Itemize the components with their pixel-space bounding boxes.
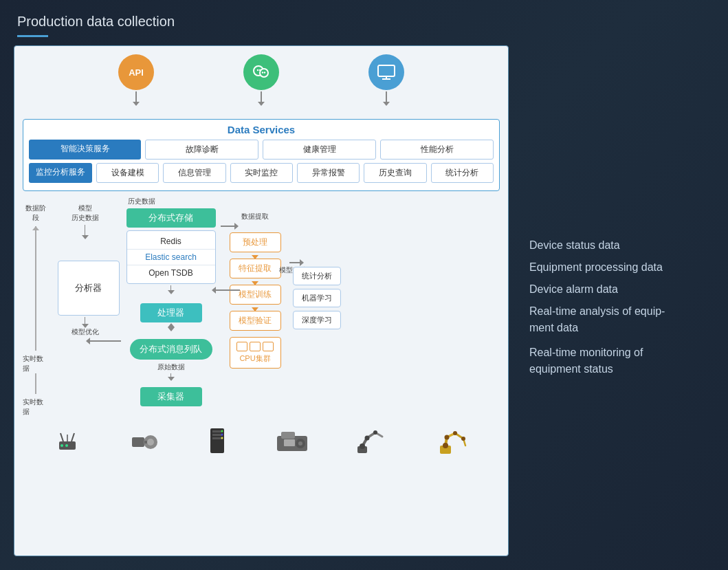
equipment-server	[207, 427, 228, 457]
svg-point-3	[259, 69, 261, 71]
left-labels: 数据阶段 实时数据 实时数据	[23, 197, 49, 417]
svg-point-44	[445, 435, 450, 440]
service-btn-health: 健康管理	[263, 140, 376, 160]
model-history-label: 模型历史数据	[71, 204, 99, 223]
page-title: Production data collection	[14, 14, 509, 30]
data-extract-label: 数据提取	[241, 212, 269, 221]
svg-point-24	[221, 434, 223, 436]
info-item-4: Real-time analysis of equip-ment data	[529, 303, 701, 336]
service-btn-stats: 统计分析	[431, 163, 494, 183]
redis-item: Redis	[127, 234, 215, 250]
svg-point-14	[65, 444, 68, 447]
stats-result: 统计分析	[293, 267, 341, 285]
service-btn-device-model: 设备建模	[96, 163, 159, 183]
open-tsdb-item: Open TSDB	[127, 265, 215, 281]
info-item-1: Device status data	[529, 234, 701, 256]
equipment-motor	[129, 429, 159, 456]
analyzer-label: 分析器	[75, 282, 102, 294]
equipment-arm1	[356, 427, 387, 457]
service-btn-info-mgmt: 信息管理	[163, 163, 225, 183]
diagram-section: Production data collection API	[14, 14, 509, 556]
svg-rect-27	[281, 432, 295, 439]
svg-point-25	[221, 437, 223, 439]
svg-point-46	[461, 437, 465, 441]
ml-result: 机器学习	[293, 289, 341, 307]
preprocess-box: 预处理	[230, 232, 281, 252]
svg-rect-30	[284, 439, 295, 446]
model-optimize-label: 模型优化	[71, 327, 99, 337]
analyzer-area: 模型历史数据 分析器 模型优化	[49, 197, 121, 417]
data-stage-label: 数据阶段	[23, 204, 49, 223]
api-icon: API	[118, 54, 154, 90]
dl-result: 深度学习	[293, 311, 341, 329]
message-queue-label: 分布式消息列队	[140, 344, 202, 354]
equipment-cnc	[276, 428, 309, 457]
diagram-frame: API	[14, 45, 509, 556]
title-underline	[17, 35, 48, 37]
api-icon-group: API	[118, 54, 154, 105]
svg-rect-6	[378, 65, 395, 76]
monitor-icon-group	[368, 54, 404, 105]
service-btn-monitor-analysis: 监控分析服务	[29, 163, 92, 183]
service-btn-realtime-monitor: 实时监控	[230, 163, 293, 183]
service-btn-intelligent: 智能决策服务	[29, 140, 141, 160]
page-container: Production data collection API	[0, 0, 728, 570]
storage-items: Redis Elastic search Open TSDB	[126, 230, 216, 284]
center-area: 历史数据 分布式存储 Redis Elastic search Open TSD…	[121, 197, 221, 417]
svg-point-35	[360, 443, 365, 449]
services-row-2: 监控分析服务 设备建模 信息管理 实时监控 异常报警 历史查询 统计分析	[29, 163, 494, 183]
svg-point-2	[257, 69, 258, 71]
services-row-1: 智能决策服务 故障诊断 健康管理 性能分析	[29, 140, 494, 160]
svg-rect-21	[212, 434, 222, 436]
wechat-icon-group	[243, 54, 279, 105]
distributed-storage-label: 分布式存储	[148, 212, 193, 223]
results-area: 统计分析 机器学习 深度学习	[289, 197, 344, 417]
feature-extract-box: 特征提取	[230, 259, 281, 278]
analyzer-box: 分析器	[58, 261, 120, 316]
svg-point-4	[262, 72, 263, 73]
svg-line-11	[71, 433, 74, 441]
lower-diagram: 数据阶段 实时数据 实时数据 模型历史数据	[23, 197, 500, 417]
svg-rect-20	[212, 430, 222, 432]
realtime-data-label-2: 实时数据	[23, 397, 49, 417]
svg-line-10	[60, 433, 63, 441]
svg-point-37	[373, 430, 377, 435]
svg-point-43	[443, 443, 448, 448]
data-services-title: Data Services	[29, 124, 494, 135]
distributed-storage-box: 分布式存储	[126, 208, 216, 228]
wechat-icon	[243, 54, 279, 90]
svg-point-17	[147, 439, 154, 446]
svg-rect-15	[132, 437, 144, 447]
svg-point-45	[453, 431, 457, 435]
data-services-box: Data Services 智能决策服务 故障诊断 健康管理 性能分析 监控分析…	[23, 119, 500, 191]
realtime-data-label-1: 实时数据	[23, 354, 49, 373]
message-queue-box: 分布式消息列队	[130, 339, 212, 360]
svg-rect-18	[144, 441, 147, 443]
equipment-robot	[434, 426, 469, 458]
svg-rect-22	[212, 437, 222, 439]
collector-label: 采集器	[157, 391, 184, 402]
elastic-search-item: Elastic search	[127, 250, 215, 265]
monitor-icon	[368, 54, 404, 90]
service-btn-alarm: 异常报警	[297, 163, 360, 183]
collector-box: 采集器	[140, 387, 202, 406]
svg-point-36	[364, 436, 369, 441]
service-btn-performance: 性能分析	[380, 140, 494, 160]
info-text: Device status data Equipment processing …	[529, 234, 701, 377]
service-btn-history: 历史查询	[364, 163, 426, 183]
svg-point-5	[264, 72, 265, 73]
processor-box: 处理器	[140, 303, 202, 322]
cpu-cluster-label: CPU集群	[234, 353, 276, 364]
history-data-label: 历史数据	[128, 197, 155, 206]
cpu-cluster-area: CPU集群	[230, 337, 281, 369]
model-train-box: 模型训练	[230, 285, 281, 305]
info-item-3: Device alarm data	[529, 278, 701, 300]
info-section: Device status data Equipment processing …	[509, 14, 714, 556]
pipeline-area: 数据提取 预处理 特征提取 模型训练	[221, 197, 289, 417]
info-item-2: Equipment processing data	[529, 256, 701, 278]
model-verify-box: 模型验证	[230, 311, 281, 331]
service-btn-fault: 故障诊断	[145, 140, 258, 160]
original-data-label: 原始数据	[157, 362, 185, 372]
svg-point-23	[221, 430, 223, 432]
info-item-5: Real-time monitoring ofequipment status	[529, 344, 701, 377]
